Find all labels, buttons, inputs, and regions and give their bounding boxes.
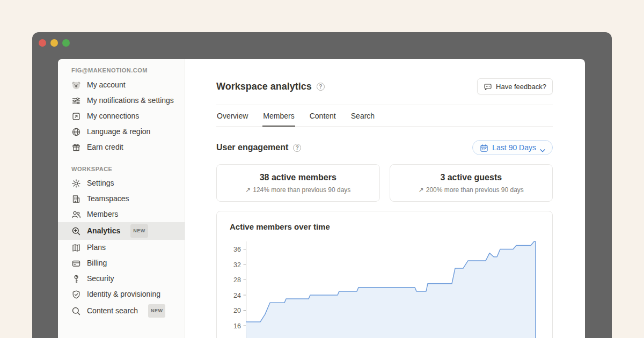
- tab-content[interactable]: Content: [309, 105, 336, 127]
- new-badge: NEW: [130, 224, 148, 238]
- sidebar-item-label: Analytics: [87, 225, 120, 237]
- settings-sidebar: FIG@MAKENOTION.COM My accountMy notifica…: [58, 59, 185, 338]
- arrow-square-icon: [71, 112, 81, 121]
- active-guests-card: 3 active guests ↗200% more than previous…: [390, 164, 553, 202]
- sliders-icon: [71, 96, 81, 106]
- page-title: Workspace analytics ?: [216, 81, 325, 92]
- sidebar-item-analytics[interactable]: AnalyticsNEW: [58, 222, 185, 240]
- svg-text:16: 16: [233, 322, 241, 330]
- sidebar-item-my-account[interactable]: My account: [58, 77, 185, 93]
- tab-search[interactable]: Search: [350, 105, 375, 127]
- account-email: FIG@MAKENOTION.COM: [71, 67, 178, 74]
- minimize-window-button[interactable]: [50, 39, 58, 47]
- active-members-chart-card: Active members over time 363228242016: [216, 211, 553, 338]
- sidebar-item-content-search[interactable]: Content searchNEW: [58, 302, 185, 320]
- date-range-label: Last 90 Days: [492, 143, 536, 152]
- sidebar-item-security[interactable]: Security: [58, 271, 185, 286]
- sidebar-item-label: Earn credit: [87, 142, 123, 153]
- chart-title: Active members over time: [230, 222, 539, 231]
- trend-up-icon: ↗: [245, 186, 251, 194]
- settings-panel: FIG@MAKENOTION.COM My accountMy notifica…: [58, 59, 585, 338]
- sidebar-item-my-notifications-settings[interactable]: My notifications & settings: [58, 93, 185, 108]
- credit-card-icon: [71, 259, 81, 268]
- sidebar-item-label: Identity & provisioning: [87, 289, 160, 300]
- user-engagement-header: User engagement ? Last 90 Days: [216, 140, 553, 155]
- have-feedback-button[interactable]: Have feedback?: [477, 78, 553, 94]
- sidebar-item-label: My connections: [87, 111, 139, 122]
- tab-overview[interactable]: Overview: [216, 105, 248, 127]
- sidebar-item-label: Teamspaces: [87, 193, 129, 204]
- calendar-icon: [480, 143, 488, 152]
- workspace-section-header: WORKSPACE: [71, 166, 178, 172]
- sidebar-workspace-section: SettingsTeamspacesMembersAnalyticsNEWPla…: [58, 175, 185, 320]
- sidebar-item-label: Security: [87, 273, 114, 284]
- close-window-button[interactable]: [39, 39, 46, 47]
- sidebar-item-label: My account: [87, 79, 126, 91]
- stat-value: 38 active members: [222, 173, 374, 182]
- sidebar-item-label: Members: [87, 209, 118, 220]
- sidebar-item-earn-credit[interactable]: Earn credit: [58, 139, 185, 155]
- sidebar-item-my-connections[interactable]: My connections: [58, 108, 185, 124]
- svg-text:32: 32: [233, 261, 241, 269]
- stat-delta-text: 200% more than previous 90 days: [426, 186, 524, 194]
- window-controls: [39, 39, 70, 47]
- sidebar-item-label: Settings: [87, 178, 114, 189]
- stat-delta: ↗200% more than previous 90 days: [396, 186, 547, 194]
- speech-bubble-icon: [484, 82, 492, 91]
- help-icon[interactable]: ?: [317, 83, 325, 91]
- sidebar-item-label: My notifications & settings: [87, 95, 174, 106]
- zoom-in-icon: [71, 226, 81, 236]
- trend-up-icon: ↗: [419, 186, 424, 194]
- stat-cards: 38 active members ↗124% more than previo…: [216, 164, 553, 202]
- analytics-tabs: OverviewMembersContentSearch: [216, 105, 553, 127]
- zoom-window-button[interactable]: [62, 39, 70, 47]
- help-icon[interactable]: ?: [293, 144, 301, 152]
- section-title: User engagement ?: [216, 143, 301, 152]
- main-header: Workspace analytics ? Have feedback?: [216, 78, 553, 94]
- globe-icon: [71, 127, 81, 137]
- map-icon: [71, 243, 81, 253]
- stat-value: 3 active guests: [396, 173, 547, 182]
- new-badge: NEW: [148, 304, 166, 318]
- shield-check-icon: [71, 290, 81, 299]
- search-icon: [71, 306, 81, 316]
- sidebar-item-teamspaces[interactable]: Teamspaces: [58, 191, 185, 207]
- people-icon: [71, 210, 81, 219]
- main-content: Workspace analytics ? Have feedback? Ove…: [185, 59, 585, 338]
- sidebar-item-settings[interactable]: Settings: [58, 175, 185, 191]
- sidebar-item-identity-provisioning[interactable]: Identity & provisioning: [58, 286, 185, 302]
- page-title-text: Workspace analytics: [216, 81, 312, 92]
- section-title-text: User engagement: [216, 143, 288, 152]
- sidebar-item-label: Billing: [87, 258, 107, 269]
- active-members-card: 38 active members ↗124% more than previo…: [216, 164, 380, 202]
- date-range-filter[interactable]: Last 90 Days: [472, 140, 553, 155]
- app-window: FIG@MAKENOTION.COM My accountMy notifica…: [32, 32, 612, 338]
- sidebar-item-members[interactable]: Members: [58, 207, 185, 222]
- key-icon: [71, 274, 81, 284]
- svg-text:36: 36: [233, 246, 241, 253]
- svg-text:28: 28: [233, 276, 241, 284]
- gear-icon: [71, 179, 81, 188]
- building-icon: [71, 194, 81, 204]
- sidebar-item-label: Plans: [87, 242, 106, 253]
- gift-icon: [71, 143, 81, 152]
- sidebar-item-plans[interactable]: Plans: [58, 240, 185, 255]
- active-members-area-chart: 363228242016: [230, 238, 539, 338]
- have-feedback-label: Have feedback?: [496, 83, 546, 91]
- avatar-icon: [71, 80, 81, 90]
- svg-text:24: 24: [233, 292, 241, 299]
- sidebar-item-language-region[interactable]: Language & region: [58, 124, 185, 139]
- svg-text:20: 20: [233, 307, 241, 314]
- sidebar-item-billing[interactable]: Billing: [58, 255, 185, 271]
- stat-delta: ↗124% more than previous 90 days: [222, 186, 374, 194]
- chevron-down-icon: [540, 146, 545, 150]
- tab-members[interactable]: Members: [262, 105, 295, 127]
- sidebar-item-label: Content search: [87, 305, 138, 317]
- sidebar-account-section: My accountMy notifications & settingsMy …: [58, 77, 185, 155]
- stat-delta-text: 124% more than previous 90 days: [253, 186, 350, 194]
- sidebar-item-label: Language & region: [87, 126, 150, 137]
